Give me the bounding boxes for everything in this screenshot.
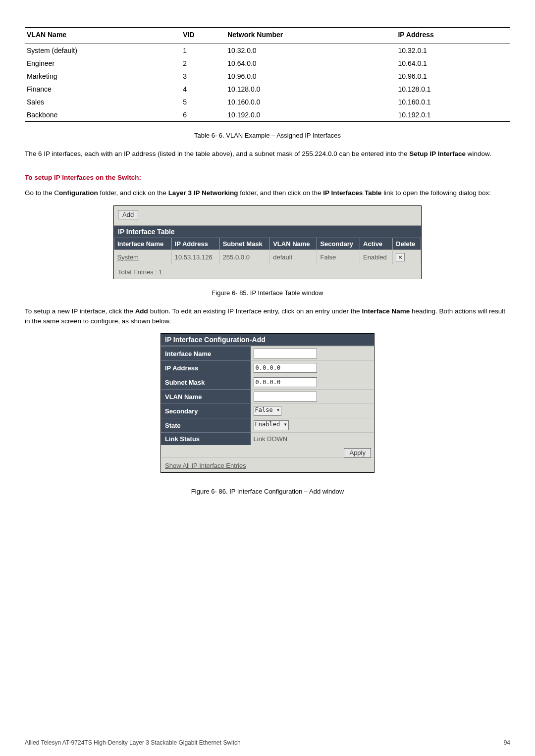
table-row: Marketing 3 10.96.0.0 10.96.0.1: [25, 70, 510, 83]
vlan-table: VLAN Name VID Network Number IP Address …: [25, 27, 510, 122]
page-number: 94: [504, 739, 510, 746]
cell: 3: [181, 70, 225, 83]
chevron-down-icon: ▾: [283, 421, 287, 428]
cell: Marketing: [25, 70, 181, 83]
cell: 10.53.13.126: [171, 250, 219, 264]
cell: 1: [181, 44, 225, 57]
cell: 2: [181, 57, 225, 70]
cell: 10.192.0.1: [396, 108, 510, 122]
cell: 10.160.0.1: [396, 96, 510, 108]
label-ip-address: IP Address: [161, 361, 251, 375]
total-entries-text: Total Entries : 1: [114, 264, 421, 279]
text-bold: Add: [135, 307, 148, 315]
table-row: Finance 4 10.128.0.0 10.128.0.1: [25, 83, 510, 96]
ip-interface-config-add-dialog: IP Interface Configuration-Add Interface…: [160, 333, 374, 473]
ip-address-input[interactable]: [254, 363, 317, 373]
cell: 10.32.0.0: [225, 44, 396, 57]
label-state: State: [161, 418, 251, 433]
table-row: System 10.53.13.126 255.0.0.0 default Fa…: [114, 250, 421, 264]
chevron-down-icon: ▾: [276, 406, 280, 413]
col-secondary: Secondary: [317, 238, 360, 250]
state-select[interactable]: Enabled ▾: [254, 420, 289, 430]
cell: Backbone: [25, 108, 181, 122]
col-vlan-name: VLAN Name: [270, 238, 317, 250]
vlan-th-name: VLAN Name: [25, 28, 181, 44]
cell: 10.64.0.0: [225, 57, 396, 70]
col-delete: Delete: [393, 238, 421, 250]
figure-caption: Figure 6- 86. IP Interface Configuration…: [25, 488, 510, 495]
select-value: False: [255, 406, 273, 413]
delete-icon[interactable]: ×: [396, 253, 405, 261]
subnet-mask-input[interactable]: [254, 377, 317, 387]
col-active: Active: [360, 238, 393, 250]
cell: 10.128.0.0: [225, 83, 396, 96]
interface-name-link[interactable]: System: [117, 253, 139, 261]
text-bold: IP Interfaces Table: [323, 189, 381, 197]
dialog-title: IP Interface Configuration-Add: [161, 334, 374, 346]
cell: Engineer: [25, 57, 181, 70]
dialog-title: IP Interface Table: [114, 225, 421, 238]
text-bold: Layer 3 IP Networking: [168, 189, 238, 197]
cell: 5: [181, 96, 225, 108]
page-footer: Allied Telesyn AT-9724TS High-Density La…: [25, 739, 510, 746]
apply-button[interactable]: Apply: [344, 448, 371, 457]
secondary-select[interactable]: False ▾: [254, 406, 282, 416]
text: The 6 IP interfaces, each with an IP add…: [25, 150, 409, 157]
table-row: Sales 5 10.160.0.0 10.160.0.1: [25, 96, 510, 108]
show-all-entries-link[interactable]: Show All IP Interface Entries: [161, 457, 374, 472]
text: folder, and click on the: [98, 189, 168, 197]
text: link to open the following dialog box:: [381, 189, 491, 197]
text-bold: onfiguration: [59, 189, 98, 197]
label-vlan-name: VLAN Name: [161, 390, 251, 404]
paragraph: The 6 IP interfaces, each with an IP add…: [25, 149, 510, 159]
cell: 10.160.0.0: [225, 96, 396, 108]
label-secondary: Secondary: [161, 404, 251, 418]
section-heading: To setup IP Interfaces on the Switch:: [25, 174, 510, 181]
vlan-th-vid: VID: [181, 28, 225, 44]
cell: Finance: [25, 83, 181, 96]
cell: Sales: [25, 96, 181, 108]
cell: 10.192.0.0: [225, 108, 396, 122]
text-bold: Interface Name: [362, 307, 410, 315]
col-ip-address: IP Address: [171, 238, 219, 250]
label-link-status: Link Status: [161, 433, 251, 446]
cell: default: [270, 250, 317, 264]
paragraph: To setup a new IP interface, click the A…: [25, 306, 510, 327]
link-status-value: Link DOWN: [251, 433, 374, 446]
cell: Enabled: [360, 250, 393, 264]
cell: 6: [181, 108, 225, 122]
label-subnet-mask: Subnet Mask: [161, 375, 251, 390]
col-interface-name: Interface Name: [114, 238, 172, 250]
ip-interface-table-dialog: Add IP Interface Table Interface Name IP…: [113, 205, 422, 279]
add-button[interactable]: Add: [118, 210, 138, 219]
table-row: Engineer 2 10.64.0.0 10.64.0.1: [25, 57, 510, 70]
text: folder, and then click on the: [238, 189, 323, 197]
col-subnet-mask: Subnet Mask: [219, 238, 270, 250]
vlan-name-input[interactable]: [254, 392, 317, 402]
vlan-th-ip: IP Address: [396, 28, 510, 44]
cell: False: [317, 250, 360, 264]
interface-name-input[interactable]: [254, 349, 317, 358]
table-row: Backbone 6 10.192.0.0 10.192.0.1: [25, 108, 510, 122]
cell: 4: [181, 83, 225, 96]
cell: 10.64.0.1: [396, 57, 510, 70]
text: Go to the C: [25, 189, 59, 197]
cell: 10.128.0.1: [396, 83, 510, 96]
table-row: System (default) 1 10.32.0.0 10.32.0.1: [25, 44, 510, 57]
label-interface-name: Interface Name: [161, 347, 251, 361]
cell: 10.32.0.1: [396, 44, 510, 57]
table-caption: Table 6- 6. VLAN Example – Assigned IP I…: [25, 132, 510, 139]
cell: System (default): [25, 44, 181, 57]
cell: 10.96.0.1: [396, 70, 510, 83]
paragraph: Go to the Configuration folder, and clic…: [25, 188, 510, 198]
figure-caption: Figure 6- 85. IP Interface Table window: [25, 289, 510, 297]
text: To setup a new IP interface, click the: [25, 307, 135, 315]
text: button. To edit an existing IP Interface…: [148, 307, 362, 315]
select-value: Enabled: [255, 421, 280, 428]
ip-interface-table: Interface Name IP Address Subnet Mask VL…: [114, 238, 421, 264]
text: window.: [466, 150, 491, 157]
cell: 255.0.0.0: [219, 250, 270, 264]
footer-text: Allied Telesyn AT-9724TS High-Density La…: [25, 739, 241, 746]
vlan-th-net: Network Number: [225, 28, 396, 44]
text-bold: Setup IP Interface: [409, 150, 466, 157]
